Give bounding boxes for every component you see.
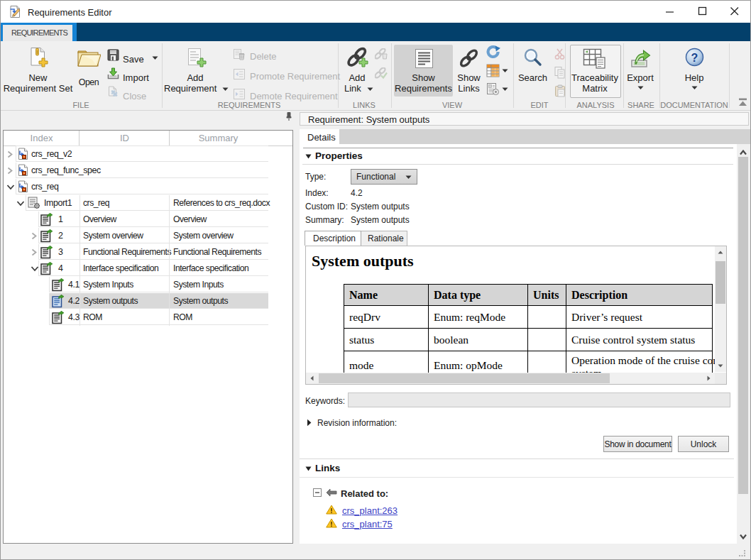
svg-text:?: ?	[691, 52, 698, 64]
